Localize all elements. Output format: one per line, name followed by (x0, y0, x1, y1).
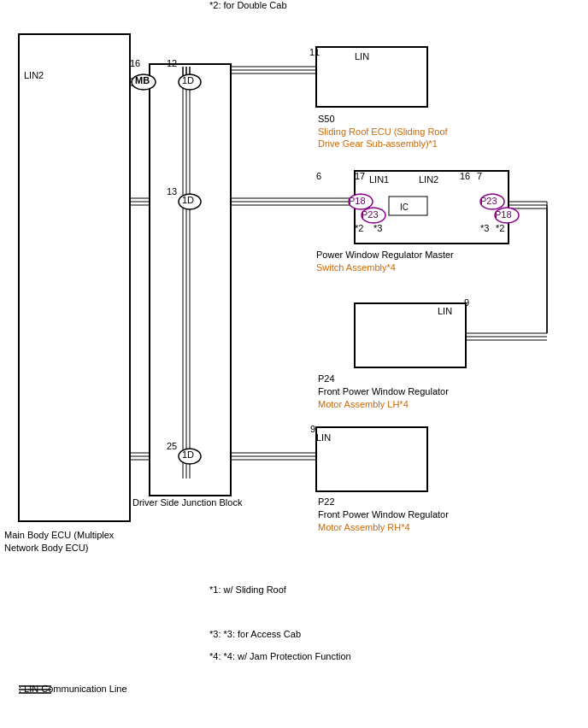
legend: : LIN Communication Line (19, 684, 127, 694)
s50-desc-1: Sliding Roof ECU (Sliding Roof (318, 126, 448, 137)
wiring-diagram (0, 0, 588, 728)
p18-left-label: P18 (349, 196, 366, 206)
star3-right: *3 (480, 223, 489, 233)
svg-rect-6 (316, 427, 427, 491)
pwm-desc-1: Power Window Regulator Master (316, 250, 454, 260)
p18-right-label: P18 (495, 209, 512, 220)
footnote-3: *3: *3: for Access Cab (209, 629, 301, 639)
mb-connector-label: MB (135, 75, 150, 85)
legend-icon (19, 684, 588, 728)
pin6-label: 6 (316, 171, 321, 181)
1d-mid-label: 1D (182, 195, 194, 205)
p23-right-label: P23 (480, 196, 497, 206)
p22-desc-2: Motor Assembly RH*4 (318, 522, 410, 532)
pin16-right: 16 (460, 171, 470, 181)
lin2-label: LIN2 (24, 70, 44, 80)
p24-ref: P24 (318, 373, 335, 384)
junction-block-label: Driver Side Junction Block (132, 497, 242, 508)
pin11-label: 11 (309, 47, 320, 57)
pin16-main: 16 (130, 58, 140, 68)
p22-desc-1: Front Power Window Regulator (318, 509, 449, 520)
p22-lin-label: LIN (316, 432, 331, 443)
pin12-label: 12 (167, 58, 177, 68)
pin7-label: 7 (477, 171, 482, 181)
main-ecu-label-2: Network Body ECU) (4, 543, 88, 553)
ic-label: IC (400, 203, 409, 212)
star2-right: *2 (496, 223, 504, 233)
lin2-right-label: LIN2 (419, 174, 438, 185)
diagram-container: LIN2 16 MB 12 1D 11 LIN S50 Sliding Roof… (0, 0, 588, 728)
star3-left: *3 (373, 223, 382, 233)
p24-desc-2: Motor Assembly LH*4 (318, 399, 409, 409)
1d-bot-label: 1D (182, 449, 194, 460)
pin17-label: 17 (355, 171, 365, 181)
s50-lin-label: LIN (355, 51, 369, 62)
s50-ref: S50 (318, 114, 335, 124)
pwm-desc-2: Switch Assembly*4 (316, 262, 396, 273)
footnote-2: *2: for Double Cab (209, 0, 287, 10)
p22-ref: P22 (318, 496, 335, 507)
s50-desc-2: Drive Gear Sub-assembly)*1 (318, 138, 438, 149)
pin25-label: 25 (167, 441, 177, 451)
svg-rect-2 (316, 47, 427, 107)
p24-desc-1: Front Power Window Regulator (318, 386, 449, 396)
p24-pin9: 9 (464, 297, 469, 308)
lin1-label: LIN1 (369, 174, 389, 185)
p23-left-label: P23 (362, 209, 379, 220)
svg-rect-0 (19, 34, 130, 521)
star2-left: *2 (355, 223, 363, 233)
footnote-4: *4: *4: w/ Jam Protection Function (209, 651, 351, 661)
footnote-1: *1: w/ Sliding Roof (209, 584, 286, 595)
p24-lin-label: LIN (438, 306, 452, 316)
main-ecu-label-1: Main Body ECU (Multiplex (4, 530, 114, 540)
p22-pin9: 9 (310, 424, 315, 434)
1d-top-label: 1D (182, 75, 194, 85)
pin13-label: 13 (167, 186, 177, 197)
